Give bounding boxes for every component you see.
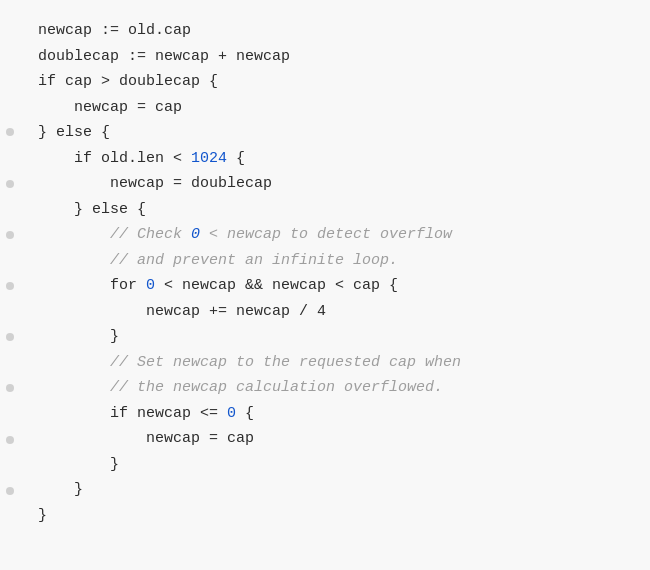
code-line-16: if newcap <= 0 { (38, 401, 630, 427)
code-line-8: } else { (38, 197, 630, 223)
code-line-20: } (38, 503, 630, 529)
code-line-4: newcap = cap (38, 95, 630, 121)
gutter-mark (6, 333, 14, 341)
gutter (0, 18, 28, 552)
code-line-6: if old.len < 1024 { (38, 146, 630, 172)
code-line-12: newcap += newcap / 4 (38, 299, 630, 325)
gutter-mark (6, 282, 14, 290)
code-container: newcap := old.cap doublecap := newcap + … (0, 0, 650, 570)
code-line-18: } (38, 452, 630, 478)
code-line-3: if cap > doublecap { (38, 69, 630, 95)
code-line-15: // the newcap calculation overflowed. (38, 375, 630, 401)
code-line-17: newcap = cap (38, 426, 630, 452)
code-line-1: newcap := old.cap (38, 18, 630, 44)
gutter-mark (6, 231, 14, 239)
gutter-mark (6, 128, 14, 136)
gutter-mark (6, 436, 14, 444)
code-line-13: } (38, 324, 630, 350)
code-line-11: for 0 < newcap && newcap < cap { (38, 273, 630, 299)
code-line-9: // Check 0 < newcap to detect overflow (38, 222, 630, 248)
code-line-2: doublecap := newcap + newcap (38, 44, 630, 70)
code-line-5: } else { (38, 120, 630, 146)
code-line-7: newcap = doublecap (38, 171, 630, 197)
gutter-mark (6, 384, 14, 392)
code-area: newcap := old.cap doublecap := newcap + … (28, 18, 650, 552)
gutter-mark (6, 487, 14, 495)
code-line-10: // and prevent an infinite loop. (38, 248, 630, 274)
code-line-14: // Set newcap to the requested cap when (38, 350, 630, 376)
gutter-mark (6, 180, 14, 188)
code-line-19: } (38, 477, 630, 503)
